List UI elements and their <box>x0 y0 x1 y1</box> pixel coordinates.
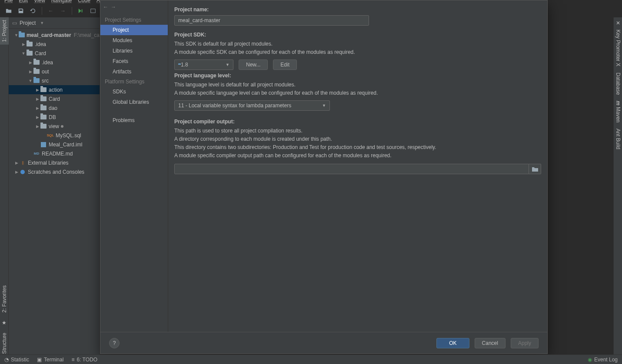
sidebar-item-global-libraries[interactable]: Global Libraries <box>100 97 168 107</box>
project-tool-tab[interactable]: 1: Project <box>0 17 9 45</box>
tree-extlib[interactable]: ▶⫴External Libraries <box>9 158 100 167</box>
ok-button[interactable]: OK <box>436 338 469 348</box>
tree-view[interactable]: ▶view <box>9 122 100 131</box>
project-structure-dialog: ← → Project Settings Project Modules Lib… <box>100 0 548 354</box>
tree-iml[interactable]: Meal_Card.iml <box>9 140 100 149</box>
right-tool-stripe: ✕ Key Promoter X Database m Maven Ant Bu… <box>613 17 622 364</box>
project-name-input[interactable] <box>174 15 369 26</box>
build-icon[interactable] <box>77 7 85 15</box>
label-compiler-output: Project compiler output: <box>174 119 541 125</box>
sdk-combo[interactable]: 1.8 ▼ <box>174 60 233 70</box>
dialog-forward-icon[interactable]: → <box>111 3 116 11</box>
refresh-icon[interactable] <box>29 7 37 15</box>
sidebar-item-libraries[interactable]: Libraries <box>100 46 168 56</box>
co-desc-1: This path is used to store all project c… <box>174 127 541 135</box>
folder-icon <box>532 166 538 172</box>
tree-action[interactable]: ▶action <box>9 85 100 94</box>
sidebar-group-project-settings: Project Settings <box>100 15 168 25</box>
left-tool-stripe: 1: Project 2: Favorites ★ 7: Structure <box>0 17 9 364</box>
new-sdk-button[interactable]: New... <box>239 60 268 70</box>
terminal-icon: ▣ <box>37 357 42 363</box>
libraries-icon: ⫴ <box>19 159 26 166</box>
tree-root[interactable]: ▼meal_card-masterF:\meal_ca <box>9 30 100 40</box>
menu-edit[interactable]: Edit <box>19 0 28 3</box>
iml-file-icon <box>40 141 47 148</box>
menu-code[interactable]: Code <box>78 0 90 3</box>
project-tool-window: ▭ Project ▼ ▼meal_card-masterF:\meal_ca … <box>9 17 100 354</box>
sidebar-item-modules[interactable]: Modules <box>100 35 168 46</box>
chart-icon: ◔ <box>4 357 9 363</box>
chevron-down-icon[interactable]: ▼ <box>40 21 44 25</box>
co-desc-4: A module specific compiler output path c… <box>174 152 541 159</box>
dialog-content: Project name: Project SDK: This SDK is d… <box>168 0 547 332</box>
sidebar-item-facets[interactable]: Facets <box>100 56 168 66</box>
menu-navigate[interactable]: Navigate <box>51 0 72 3</box>
todo-tool-tab[interactable]: ≡6: TODO <box>71 357 97 363</box>
project-tool-header[interactable]: ▭ Project ▼ <box>9 17 100 29</box>
run-target-icon[interactable] <box>89 7 97 15</box>
cancel-button[interactable]: Cancel <box>475 338 506 348</box>
tree-idea[interactable]: ▶.idea <box>9 40 100 49</box>
project-tree[interactable]: ▼meal_card-masterF:\meal_ca ▶.idea ▼Card… <box>9 29 100 176</box>
svg-point-2 <box>20 170 25 174</box>
help-button[interactable]: ? <box>109 338 120 348</box>
list-icon: ≡ <box>71 357 74 363</box>
ll-desc-1: This language level is default for all p… <box>174 81 541 89</box>
antbuild-tool-tab[interactable]: Ant Build <box>614 126 622 152</box>
dialog-sidebar: Project Settings Project Modules Librari… <box>100 0 168 332</box>
browse-folder-button[interactable] <box>529 164 541 174</box>
save-icon[interactable] <box>17 7 25 15</box>
menu-view[interactable]: View <box>34 0 45 3</box>
svg-rect-1 <box>41 142 46 147</box>
nav-forward-icon[interactable]: → <box>59 7 67 15</box>
sidebar-item-project[interactable]: Project <box>100 25 168 35</box>
tree-mysql[interactable]: SQLMySQL.sql <box>9 131 100 140</box>
sidebar-item-artifacts[interactable]: Artifacts <box>100 66 168 77</box>
md-file-icon: MD <box>33 150 40 157</box>
close-icon[interactable]: ✕ <box>614 17 622 26</box>
sidebar-item-sdks[interactable]: SDKs <box>100 86 168 97</box>
tree-src[interactable]: ▼src <box>9 76 100 85</box>
sdk-desc-1: This SDK is default for all project modu… <box>174 40 541 48</box>
balloon-icon: ◉ <box>588 357 592 363</box>
tree-out[interactable]: ▶out <box>9 67 100 76</box>
label-project-sdk: Project SDK: <box>174 32 541 38</box>
compiler-output-input[interactable] <box>174 164 529 174</box>
language-level-combo[interactable]: 11 - Local variable syntax for lambda pa… <box>174 100 330 111</box>
label-project-name: Project name: <box>174 7 541 13</box>
tree-card-pkg[interactable]: ▶Card <box>9 94 100 103</box>
database-tool-tab[interactable]: Database <box>614 70 622 97</box>
tree-card[interactable]: ▼Card <box>9 49 100 58</box>
dialog-nav-arrows: ← → <box>101 1 113 13</box>
tree-card-idea[interactable]: ▶.idea <box>9 58 100 67</box>
co-desc-2: A directory corresponding to each module… <box>174 136 541 143</box>
tree-readme[interactable]: MDREADME.md <box>9 149 100 158</box>
statistic-tool-tab[interactable]: ◔Statistic <box>4 357 29 363</box>
favorites-tool-tab[interactable]: 2: Favorites <box>0 283 9 315</box>
chevron-down-icon: ▼ <box>226 63 230 67</box>
edit-sdk-button[interactable]: Edit <box>273 60 297 70</box>
keypromoter-tool-tab[interactable]: Key Promoter X <box>614 27 622 69</box>
bottom-tool-stripe: ◔Statistic ▣Terminal ≡6: TODO ◉Event Log <box>0 354 622 364</box>
sidebar-group-platform-settings: Platform Settings <box>100 77 168 86</box>
tree-scratches[interactable]: ▶Scratches and Consoles <box>9 167 100 176</box>
event-log-tab[interactable]: ◉Event Log <box>588 357 618 363</box>
sdk-desc-2: A module specific SDK can be configured … <box>174 49 541 56</box>
maven-tool-tab[interactable]: m Maven <box>614 98 622 125</box>
tree-dao[interactable]: ▶dao <box>9 103 100 113</box>
svg-rect-0 <box>91 9 96 13</box>
label-language-level: Project language level: <box>174 73 541 79</box>
sql-file-icon: SQL <box>47 132 54 139</box>
project-tool-title: Project <box>20 20 36 26</box>
menu-file[interactable]: File <box>4 0 13 3</box>
dialog-back-icon[interactable]: ← <box>103 3 108 11</box>
terminal-tool-tab[interactable]: ▣Terminal <box>37 357 63 363</box>
nav-back-icon[interactable]: ← <box>47 7 55 15</box>
apply-button[interactable]: Apply <box>511 338 539 348</box>
dialog-footer: ? OK Cancel Apply <box>100 332 547 354</box>
sidebar-item-problems[interactable]: Problems <box>100 115 168 126</box>
open-icon[interactable] <box>4 7 13 15</box>
chevron-down-icon: ▼ <box>322 103 326 108</box>
project-view-icon: ▭ <box>12 20 17 26</box>
tree-db[interactable]: ▶DB <box>9 113 100 122</box>
